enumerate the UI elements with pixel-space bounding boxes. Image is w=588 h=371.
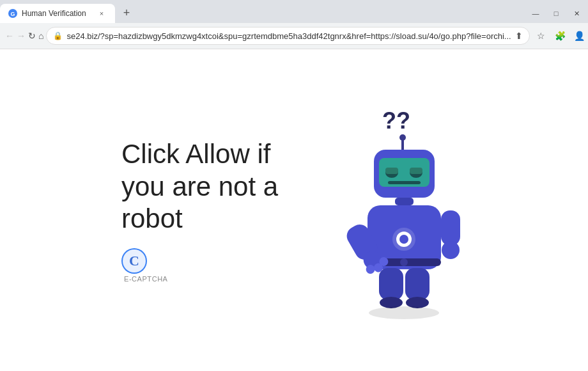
home-button[interactable]: ⌂ <box>38 27 43 45</box>
nav-icons-right: ☆ 🧩 👤 ⋮ <box>532 27 588 45</box>
svg-point-21 <box>400 258 408 266</box>
tab-favicon: G <box>8 8 18 19</box>
robot-illustration: ?? <box>326 102 467 319</box>
close-button[interactable]: ✕ <box>568 4 585 22</box>
share-icon[interactable]: ⬆ <box>515 31 523 41</box>
forward-button[interactable]: → <box>17 27 26 45</box>
back-button[interactable]: ← <box>5 27 14 45</box>
minimize-button[interactable]: — <box>527 4 545 22</box>
main-container: Click Allow if you are not a robot C E-C… <box>70 89 518 332</box>
left-content: Click Allow if you are not a robot C E-C… <box>121 138 300 282</box>
maximize-button[interactable]: □ <box>547 4 565 22</box>
reload-button[interactable]: ↻ <box>28 27 36 45</box>
browser-tab[interactable]: G Human Verification × <box>0 4 115 23</box>
tab-title: Human Verification <box>22 9 92 18</box>
ecaptcha-label: E-CAPTCHA <box>121 275 168 283</box>
svg-text:??: ?? <box>382 107 410 134</box>
page-content: Click Allow if you are not a robot C E-C… <box>0 49 588 371</box>
svg-rect-29 <box>379 268 403 300</box>
svg-rect-13 <box>410 168 422 174</box>
svg-rect-12 <box>385 168 398 174</box>
svg-point-33 <box>369 306 439 319</box>
svg-point-19 <box>399 235 408 244</box>
svg-point-28 <box>442 241 460 259</box>
main-heading: Click Allow if you are not a robot <box>121 138 300 235</box>
bookmark-button[interactable]: ☆ <box>532 27 550 45</box>
profile-button[interactable]: 👤 <box>571 27 588 45</box>
new-tab-button[interactable]: + <box>118 4 135 22</box>
svg-rect-31 <box>405 268 429 300</box>
svg-rect-27 <box>441 210 460 246</box>
lock-icon: 🔒 <box>53 31 63 40</box>
address-bar[interactable]: 🔒 se24.biz/?sp=hazdizbwgy5dkmzwg4xtcoi&s… <box>46 27 529 45</box>
svg-point-6 <box>399 134 406 141</box>
ecaptcha-logo: C <box>121 248 147 274</box>
svg-rect-15 <box>395 198 414 205</box>
svg-rect-14 <box>388 181 421 184</box>
window-controls: — □ ✕ <box>527 4 588 23</box>
svg-text:C: C <box>129 253 139 269</box>
svg-text:G: G <box>10 11 15 17</box>
ecaptcha-icon: C <box>121 248 147 274</box>
nav-bar: ← → ↻ ⌂ 🔒 se24.biz/?sp=hazdizbwgy5dkmzwg… <box>0 23 588 49</box>
tab-close-button[interactable]: × <box>96 8 107 19</box>
url-text: se24.biz/?sp=hazdizbwgy5dkmzwg4xtcoi&spu… <box>66 31 511 41</box>
extensions-button[interactable]: 🧩 <box>552 27 569 45</box>
browser-chrome: G Human Verification × + — □ ✕ ← → ↻ ⌂ 🔒… <box>0 0 588 49</box>
ecaptcha-badge: C E-CAPTCHA <box>121 248 300 283</box>
